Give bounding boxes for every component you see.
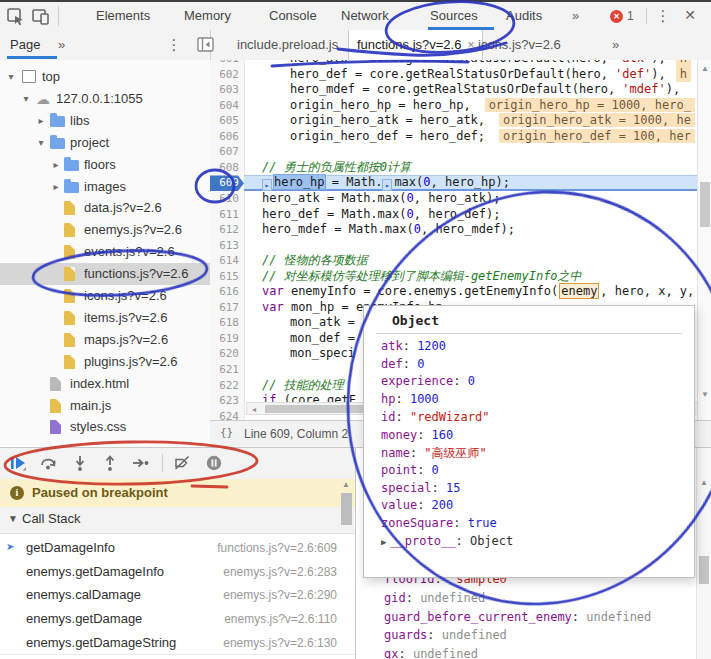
scroll-up-arrow[interactable]: ▲ (697, 478, 711, 487)
callstack-row-enemys.getDamageInfo[interactable]: enemys.getDamageInfoenemys.js?v=2.6:283 (0, 560, 355, 585)
code-text[interactable]: hero_def = core.getRealStatusOrDefault(h… (244, 67, 711, 83)
tab-elements[interactable]: Elements (96, 2, 150, 29)
line-number[interactable]: 620 (210, 346, 244, 362)
sidebar-item-styles.css[interactable]: styles.css (0, 416, 210, 438)
scrollbar-thumb[interactable] (699, 556, 709, 584)
sidebar-item-images[interactable]: ▸images (0, 176, 210, 198)
step-out-button[interactable] (100, 453, 122, 475)
line-number[interactable]: 602 (210, 67, 244, 83)
line-number[interactable]: 621 (210, 362, 244, 378)
line-number[interactable]: 623 (210, 393, 244, 409)
sidebar-item-main.js[interactable]: main.js (0, 395, 210, 417)
code-text[interactable]: origin_hero_atk = hero_atk,origin_hero_a… (244, 113, 711, 129)
code-text[interactable]: origin_hero_hp = hero_hp,origin_hero_hp … (244, 98, 711, 114)
line-number[interactable]: 611 (210, 207, 244, 223)
step-into-button[interactable] (70, 453, 92, 475)
scrollbar-thumb[interactable] (265, 405, 377, 413)
line-number[interactable]: 615 (210, 269, 244, 285)
chevron-down-icon[interactable]: ▾ (20, 88, 32, 110)
editor-tab-include.preload.js[interactable]: include.preload.js (237, 30, 338, 60)
line-number[interactable]: 607 (210, 144, 244, 160)
code-text[interactable]: // 怪物的各项数据 (244, 253, 711, 269)
breakpoint-line-number[interactable]: 609 (210, 175, 244, 191)
object-property-__proto__[interactable]: ▶__proto__: Object (381, 534, 513, 548)
callstack-row-enemys.calDamage[interactable]: enemys.calDamageenemys.js?v=2.6:290 (0, 583, 355, 608)
line-number[interactable]: 624 (210, 409, 244, 420)
inline-step-marker-icon[interactable]: ▸ (382, 179, 392, 191)
line-number[interactable]: 613 (210, 238, 244, 254)
chevron-right-icon[interactable]: ▸ (50, 154, 62, 176)
error-badge[interactable]: ✕ 1 (610, 9, 634, 23)
editor-vertical-scrollbar[interactable]: ▲ ▼ (697, 60, 711, 420)
sidebar-item-project[interactable]: ▾project (0, 132, 210, 154)
line-number[interactable]: 614 (210, 253, 244, 269)
tab-memory[interactable]: Memory (184, 2, 231, 29)
sidebar-item-functions.js?v=2.6[interactable]: functions.js?v=2.6 (0, 263, 210, 285)
code-text[interactable]: // 对坐标模仿等处理移到了脚本编辑-getEnemyInfo之中 (244, 269, 711, 285)
sidebar-item-127.0.0.1:1055[interactable]: ▾☁127.0.0.1:1055 (0, 88, 210, 110)
chevron-right-icon[interactable]: ▸ (50, 176, 62, 198)
sidebar-item-floors[interactable]: ▸floors (0, 154, 210, 176)
tab-page[interactable]: Page (10, 30, 40, 59)
code-text[interactable]: origin_hero_def = hero_def;origin_hero_d… (244, 129, 711, 145)
code-text[interactable]: hero_atk = Math.max(0, hero_atk); (244, 191, 711, 207)
resume-button[interactable] (8, 453, 30, 475)
scroll-up-arrow[interactable]: ▲ (339, 480, 353, 489)
sidebar-item-libs[interactable]: ▸libs (0, 110, 210, 132)
code-text[interactable] (244, 144, 711, 160)
line-number[interactable]: 603 (210, 82, 244, 98)
navigator-menu-icon[interactable]: ⋮ (166, 30, 182, 59)
device-toolbar-icon[interactable] (31, 7, 53, 27)
chevron-down-icon[interactable]: ▾ (5, 66, 17, 88)
scope-scrollbar[interactable]: ▲ (696, 448, 711, 659)
code-text[interactable] (244, 238, 711, 254)
tab-audits[interactable]: Audits (506, 2, 542, 29)
scrollbar-thumb[interactable] (700, 182, 710, 227)
line-number[interactable]: 622 (210, 378, 244, 394)
close-tab-icon[interactable]: × (467, 38, 474, 52)
line-number[interactable]: 619 (210, 331, 244, 347)
pretty-print-icon[interactable]: {} (220, 426, 233, 439)
close-icon[interactable]: ✕ (680, 2, 700, 29)
inspect-cursor-icon[interactable] (6, 7, 28, 27)
line-number[interactable]: 608 (210, 160, 244, 176)
sidebar-item-icons.js?v=2.6[interactable]: icons.js?v=2.6 (0, 285, 210, 307)
sidebar-item-enemys.js?v=2.6[interactable]: enemys.js?v=2.6 (0, 219, 210, 241)
sidebar-item-maps.js?v=2.6[interactable]: maps.js?v=2.6 (0, 329, 210, 351)
code-text[interactable]: hero_mdef = core.getRealStatusOrDefault(… (244, 82, 711, 98)
scroll-up-arrow[interactable]: ▲ (698, 64, 711, 73)
callstack-row-enemys.getDamage[interactable]: enemys.getDamageenemys.js?v=2.6:110 (0, 607, 355, 632)
sidebar-item-events.js?v=2.6[interactable]: events.js?v=2.6 (0, 241, 210, 263)
debugger-pane-scrollbar[interactable] (341, 493, 352, 525)
code-text[interactable]: // 勇士的负属性都按0计算 (244, 160, 711, 176)
line-number[interactable]: 605 (210, 113, 244, 129)
chevron-right-icon[interactable]: ▸ (35, 110, 47, 132)
step-button[interactable] (130, 453, 152, 475)
sidebar-item-top[interactable]: ▾top (0, 66, 210, 88)
step-over-button[interactable] (38, 453, 60, 475)
callstack-row-enemys.getDamageString[interactable]: enemys.getDamageStringenemys.js?v=2.6:13… (0, 631, 355, 656)
code-text[interactable]: ▸hero_hp = Math.▸max(0, hero_hp); (244, 175, 711, 191)
code-text[interactable]: hero_def = Math.max(0, hero_def); (244, 207, 711, 223)
scope-variable-gx[interactable]: gx: undefined (384, 647, 478, 659)
scroll-left-arrow[interactable]: ◂ (247, 405, 261, 414)
code-text[interactable]: hero_mdef = Math.max(0, hero_mdef); (244, 222, 711, 238)
line-number[interactable]: 616 (210, 284, 244, 300)
more-editor-tabs-chevron[interactable]: » (612, 30, 619, 60)
more-navigator-tabs-chevron[interactable]: » (58, 30, 65, 59)
hovered-variable[interactable]: enemy (559, 283, 599, 299)
line-number[interactable]: 617 (210, 300, 244, 316)
tab-sources[interactable]: Sources (430, 2, 478, 29)
inline-step-marker-icon[interactable]: ▸ (262, 179, 272, 191)
deactivate-breakpoints-button[interactable] (172, 453, 194, 475)
pause-on-exceptions-button[interactable] (204, 453, 226, 475)
scope-variable-guard_before_current_enemy[interactable]: guard_before_current_enemy: undefined (384, 610, 651, 624)
scope-variable-gid[interactable]: gid: undefined (384, 591, 485, 605)
line-number[interactable]: 610 (210, 191, 244, 207)
scroll-down-arrow[interactable]: ▼ (698, 390, 711, 399)
tab-network[interactable]: Network (341, 2, 389, 29)
editor-tab-icons.js?v=2.6[interactable]: icons.js?v=2.6 (478, 30, 561, 60)
callstack-row-getDamageInfo[interactable]: ➤getDamageInfofunctions.js?v=2.6:609 (0, 536, 355, 561)
sidebar-item-plugins.js?v=2.6[interactable]: plugins.js?v=2.6 (0, 351, 210, 373)
editor-tab-functions.js?v=2.6[interactable]: functions.js?v=2.6× (348, 30, 483, 60)
